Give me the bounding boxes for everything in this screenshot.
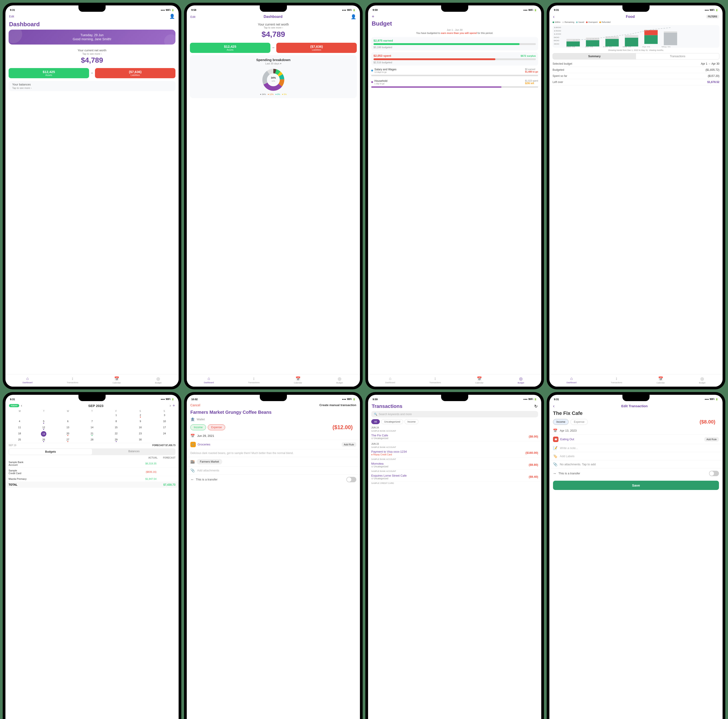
tab-dashboard[interactable]: ⌂Dashboard	[385, 376, 395, 384]
net-worth-section[interactable]: Your current net worth Tap to see more ›…	[187, 20, 360, 41]
svg-rect-24	[644, 35, 658, 44]
tab-transactions[interactable]: ↕Transactions	[611, 376, 622, 384]
account-label: SAMPLE BANK ACCOUNT	[368, 457, 541, 460]
chart-legend: Within Remaining Saved Overspent Refunde…	[549, 20, 723, 24]
avatar-icon[interactable]: 👤	[169, 14, 175, 19]
tab-bar: ⌂Dashboard ↕Transactions 📅Calendar ◎Budg…	[549, 374, 723, 387]
tab-calendar[interactable]: 📅Calendar	[294, 376, 302, 384]
income-tab[interactable]: Income	[553, 419, 569, 425]
tab-transactions[interactable]: ↕Transactions	[248, 376, 260, 384]
tab-summary[interactable]: Summary	[553, 54, 636, 59]
tab-bar: ⌂Dashboard ↕Transactions 📅Calendar ◎Budg…	[187, 374, 360, 387]
tab-dashboard[interactable]: ⌂Dashboard	[204, 376, 214, 384]
chart-note: Showing trends from Dec 1, 2022 to May 3…	[549, 49, 723, 52]
manual-note[interactable]: Delicious dark roasted beans, got to sam…	[187, 449, 360, 457]
search-bar[interactable]: 🔍 Search keywords and more	[371, 411, 538, 418]
time: 10:02	[191, 398, 197, 401]
surplus: $672 surplus	[521, 55, 536, 57]
tab-dashboard[interactable]: ⌂Dashboard	[567, 376, 577, 384]
tab-balances[interactable]: Balances	[92, 448, 176, 455]
refresh-button[interactable]: ↻	[534, 404, 538, 409]
save-button[interactable]: Save	[553, 481, 719, 490]
merchant-field[interactable]: 🏬 Farmers Market	[187, 457, 360, 467]
group-jun24: JUN 24	[368, 425, 541, 429]
attachment-field[interactable]: 📎 Add attachments	[187, 467, 360, 474]
tab-budgets[interactable]: Budgets	[9, 449, 92, 455]
transfer-row: ↔ This is a transfer	[549, 468, 723, 479]
attachment-field[interactable]: 📎 No attachments. Tap to add	[549, 460, 723, 468]
earned-budgeted: $3,188 budgeted	[373, 46, 536, 49]
category-field[interactable]: 🍽️ Eating Out Add Rule	[549, 435, 723, 444]
net-worth-label: Your current net worth	[9, 49, 175, 52]
avatar-icon[interactable]: 👤	[351, 14, 356, 20]
food-title: Food	[555, 15, 706, 19]
category-field[interactable]: 🛒 Groceries Add Rule	[187, 440, 360, 449]
add-rule-button[interactable]: Add Rule	[342, 442, 356, 447]
merchant-name: The Fix Cafe	[553, 410, 583, 416]
assets-liabilities: $12,425 Assets − ($7,636) Liabilities	[190, 43, 357, 53]
time: 9:31	[10, 398, 15, 401]
tab-calendar[interactable]: 📅Calendar	[656, 376, 665, 384]
filter-income[interactable]: Income	[404, 419, 419, 424]
note-field[interactable]: 📝 Write a note...	[549, 444, 723, 452]
tab-budget[interactable]: ◎Budget	[336, 376, 343, 384]
merchant-name[interactable]: Farmers Market Grungy Coffee Beans	[187, 408, 360, 416]
balances-label: Your balances	[12, 83, 172, 86]
add-rule-button[interactable]: Add Rule	[704, 437, 719, 442]
prev-month[interactable]: ‹	[19, 404, 24, 408]
transfer-toggle[interactable]	[346, 477, 356, 482]
tab-budget[interactable]: ◎Budget	[518, 376, 524, 384]
food-header: ‹ Food FILTERS	[549, 12, 723, 20]
net-worth-section[interactable]: Your current net worth Tap to see more ›…	[5, 46, 179, 67]
net-worth-sublabel: Tap to see more ›	[9, 52, 175, 55]
transaction-esquires[interactable]: Esquires Lorne Street Cafe ⊙ Uncategoriz…	[368, 472, 541, 482]
transaction-visa[interactable]: Payment to Visa xxxx-1234 ● Repay Credit…	[368, 448, 541, 457]
filter-uncategorized[interactable]: Uncategorized	[381, 419, 403, 424]
expense-tab[interactable]: Expense	[570, 419, 588, 425]
greeting-card: Tuesday, 29 Jun Good morning, Jane Smith…	[9, 30, 176, 44]
edit-button[interactable]: Edit	[190, 15, 195, 18]
transaction-the-fix-cafe[interactable]: The Fix Cafe ⊙ Uncategorized ($8.00)	[368, 432, 541, 441]
income-button[interactable]: Income	[190, 424, 206, 430]
tab-transactions[interactable]: ↕Transactions	[429, 376, 441, 384]
transfer-toggle[interactable]	[709, 471, 719, 476]
category-salary[interactable]: Salary and Wages 13 days to go $0 earned…	[368, 66, 541, 75]
phone-dashboard1: 9:31 ●●●WiFi🔋 Edit 👤 Dashboard Tuesday, …	[3, 3, 181, 389]
cancel-button[interactable]: Cancel	[190, 403, 200, 407]
tab-dashboard[interactable]: ⌂Dashboard	[23, 376, 32, 384]
tab-calendar[interactable]: 📅Calendar	[113, 376, 121, 384]
svg-text:Mar 01: Mar 01	[622, 46, 631, 47]
tab-budget[interactable]: ◎Budget	[155, 376, 162, 384]
balances-section[interactable]: Your balances Tap to see more ›	[9, 81, 176, 91]
edit-button[interactable]: Edit	[9, 15, 14, 18]
filter-button[interactable]: FILTERS	[706, 15, 719, 18]
add-button[interactable]: +	[372, 14, 375, 19]
transaction-momotea[interactable]: Momotea ⊙ Uncategorized ($9.80)	[368, 460, 541, 470]
next-month[interactable]: ›	[168, 404, 173, 408]
merchant-pill[interactable]: Farmers Market	[197, 459, 222, 464]
row-mazda: Mazda Premacy $1,947.54	[5, 476, 179, 482]
edit-header: ‹ Edit Transaction	[549, 402, 723, 410]
spending-title: Spending breakdown	[193, 58, 354, 62]
tab-budget[interactable]: ◎Budget	[699, 376, 706, 384]
manual-title: Create manual transaction	[320, 403, 356, 407]
cal-forecast: SEP 19 FORECAST $7,430.73	[5, 443, 179, 447]
back-button[interactable]: ‹	[553, 403, 555, 408]
spending-period[interactable]: Last 30 days ▾	[193, 62, 354, 65]
balances-sublabel: Tap to see more ›	[12, 87, 172, 89]
category-household[interactable]: Household 1 day to go $1,023 spent $295 …	[368, 78, 541, 86]
tab-transactions[interactable]: ↕Transactions	[67, 376, 78, 384]
back-button[interactable]: ‹	[553, 14, 555, 19]
budgeted-row: Budgeted ($1,835.72)	[552, 67, 719, 73]
filter-all[interactable]: All	[371, 419, 380, 424]
edit-title: Edit Transaction	[555, 404, 714, 408]
add-event[interactable]: +	[173, 403, 175, 408]
phone-transactions: 9:59 ●●●WiFi🔋 Transactions ↻ 🔍 Search ke…	[366, 392, 544, 719]
labels-field[interactable]: 🏷️ Add Labels	[549, 452, 723, 460]
expense-button[interactable]: Expense	[208, 424, 225, 430]
date-field[interactable]: 📅 Apr 13, 2023	[549, 427, 723, 435]
tab-transactions[interactable]: Transactions	[636, 54, 719, 59]
date-field[interactable]: 📅 Jun 29, 2021	[187, 432, 360, 440]
today-badge[interactable]: TODAY	[9, 404, 19, 407]
tab-calendar[interactable]: 📅Calendar	[475, 376, 483, 384]
